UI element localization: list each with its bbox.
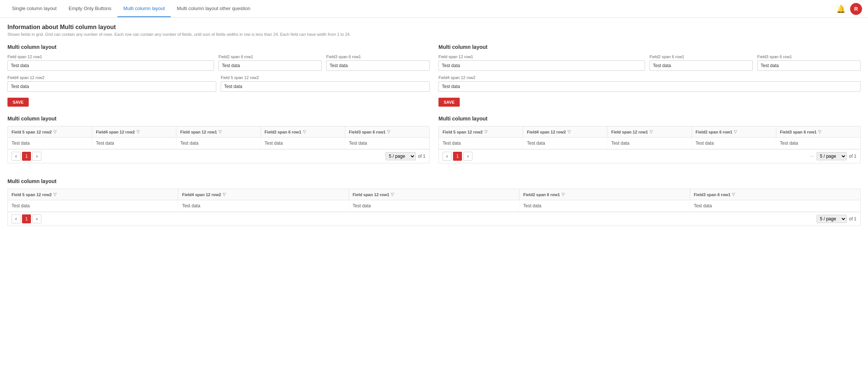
table-cell-b2: Test data xyxy=(349,200,519,211)
col-header-3: Field2 span 6 row1 ▽ xyxy=(261,126,345,137)
field-label: Field 5 span 12 row2 xyxy=(221,75,430,80)
table-bottom-header: Field 5 span 12 row2 ▽ Field4 span 12 ro… xyxy=(8,189,860,200)
col-header-b4: Field3 span 6 row1 ▽ xyxy=(690,189,860,200)
per-page-select[interactable]: 5 / page 10 / page xyxy=(386,152,416,160)
table-cell-b0: Test data xyxy=(8,200,178,211)
table-right-top: Field 5 span 12 row2 ▽ Field4 span 12 ro… xyxy=(438,126,861,163)
table-bottom-title: Multi column layout xyxy=(7,178,861,184)
prev-page-btn-b[interactable]: ‹ xyxy=(12,214,21,223)
save-button-right[interactable]: SAVE xyxy=(438,98,460,107)
field-span12-row1-left: Field span 12 row1 xyxy=(7,54,214,71)
field-label: Field3 span 6 row1 xyxy=(757,54,861,59)
form-left-row1: Field span 12 row1 Field2 span 6 row1 Fi… xyxy=(7,54,430,71)
field-input[interactable] xyxy=(757,60,861,71)
filter-icon-1[interactable]: ▽ xyxy=(136,129,139,134)
field-input[interactable] xyxy=(221,81,430,92)
next-page-btn-b[interactable]: › xyxy=(32,214,41,223)
pagination-right-r: ··· 5 / page 10 / page of 1 xyxy=(809,152,856,160)
tab-empty-only-buttons[interactable]: Empty Only Buttons xyxy=(63,0,117,17)
tab-single-column[interactable]: Single column layout xyxy=(6,0,63,17)
col-header-r1: Field4 span 12 row2 ▽ xyxy=(523,126,607,137)
table-cell-r1: Test data xyxy=(523,138,607,149)
field-input[interactable] xyxy=(650,60,753,71)
page-1-btn[interactable]: 1 xyxy=(22,152,31,161)
page-description: Shows fields in grid. Grid can contain a… xyxy=(7,32,861,37)
field3-span6-row1-right: Field3 span 6 row1 xyxy=(757,54,861,71)
table-left-top-title: Multi column layout xyxy=(7,116,430,122)
per-page-select-r[interactable]: 5 / page 10 / page xyxy=(817,152,847,160)
form-left-title: Multi column layout xyxy=(7,44,430,50)
col-header-b3: Field2 span 6 row1 ▽ xyxy=(519,189,690,200)
table-cell-2: Test data xyxy=(176,138,261,149)
table-cell-b1: Test data xyxy=(178,200,349,211)
next-page-btn-r[interactable]: › xyxy=(463,152,472,161)
table-cell-r4: Test data xyxy=(776,138,860,149)
tables-top-grid: Multi column layout Field 5 span 12 row2… xyxy=(7,116,861,169)
field2-span6-row1-right: Field2 span 6 row1 xyxy=(650,54,753,71)
table-left-top-header: Field 5 span 12 row2 ▽ Field4 span 12 ro… xyxy=(8,126,429,138)
filter-icon-0[interactable]: ▽ xyxy=(53,129,56,134)
col-header-r0: Field 5 span 12 row2 ▽ xyxy=(439,126,523,137)
form-right: Multi column layout Field span 12 row1 F… xyxy=(438,44,861,107)
filter-icon-r3[interactable]: ▽ xyxy=(734,129,737,134)
form-right-row1: Field span 12 row1 Field2 span 6 row1 Fi… xyxy=(438,54,861,71)
pagination-right-b: 5 / page 10 / page of 1 xyxy=(817,215,856,223)
field-label: Field4 span 12 row2 xyxy=(438,75,861,80)
field-input[interactable] xyxy=(7,60,214,71)
filter-icon-r2[interactable]: ▽ xyxy=(650,129,652,134)
table-right-top-header: Field 5 span 12 row2 ▽ Field4 span 12 ro… xyxy=(439,126,860,138)
table-cell-1: Test data xyxy=(92,138,176,149)
field2-span6-row1-left: Field2 span 6 row1 xyxy=(218,54,322,71)
page-content: Information about Multi column layout Sh… xyxy=(0,18,868,238)
filter-icon-r1[interactable]: ▽ xyxy=(567,129,570,134)
tab-multi-column-other[interactable]: Multi column layout other question xyxy=(171,0,256,17)
table-cell-r0: Test data xyxy=(439,138,523,149)
bell-icon[interactable]: 🔔 xyxy=(836,4,846,13)
col-header-r3: Field2 span 6 row1 ▽ xyxy=(692,126,776,137)
filter-icon-4[interactable]: ▽ xyxy=(387,129,390,134)
pagination-left: ‹ 1 › xyxy=(12,152,41,161)
field-input[interactable] xyxy=(326,60,430,71)
filter-icon-2[interactable]: ▽ xyxy=(218,129,221,134)
col-header-r4: Field3 span 6 row1 ▽ xyxy=(776,126,860,137)
of-label-r: of 1 xyxy=(849,154,856,159)
filter-icon-b0[interactable]: ▽ xyxy=(53,192,56,197)
dots-menu[interactable]: ··· xyxy=(809,153,814,160)
table-cell-4: Test data xyxy=(345,138,429,149)
prev-page-btn[interactable]: ‹ xyxy=(12,152,21,161)
prev-page-btn-r[interactable]: ‹ xyxy=(443,152,452,161)
field-label: Field4 span 12 row2 xyxy=(7,75,216,80)
filter-icon-r0[interactable]: ▽ xyxy=(484,129,487,134)
field-input[interactable] xyxy=(438,60,645,71)
field-input[interactable] xyxy=(438,81,861,92)
field-input[interactable] xyxy=(7,81,216,92)
field3-span6-row1-left: Field3 span 6 row1 xyxy=(326,54,430,71)
table-bottom-section: Multi column layout Field 5 span 12 row2… xyxy=(7,178,861,226)
save-button-left[interactable]: SAVE xyxy=(7,98,29,107)
table-right-top-footer: ‹ 1 › ··· 5 / page 10 / page of 1 xyxy=(439,149,860,163)
filter-icon-b3[interactable]: ▽ xyxy=(562,192,564,197)
per-page-select-b[interactable]: 5 / page 10 / page xyxy=(817,215,847,223)
avatar[interactable]: R xyxy=(850,3,862,15)
table-cell-3: Test data xyxy=(261,138,345,149)
field-label: Field span 12 row1 xyxy=(7,54,214,59)
filter-icon-b1[interactable]: ▽ xyxy=(223,192,226,197)
filter-icon-b4[interactable]: ▽ xyxy=(732,192,735,197)
field-label: Field span 12 row1 xyxy=(438,54,645,59)
col-header-1: Field4 span 12 row2 ▽ xyxy=(92,126,176,137)
table-left-top: Field 5 span 12 row2 ▽ Field4 span 12 ro… xyxy=(7,126,430,163)
filter-icon-b2[interactable]: ▽ xyxy=(391,192,394,197)
page-1-btn-b[interactable]: 1 xyxy=(22,214,31,223)
field-input[interactable] xyxy=(218,60,322,71)
col-header-b0: Field 5 span 12 row2 ▽ xyxy=(8,189,178,200)
page-title: Information about Multi column layout xyxy=(7,24,861,31)
tab-multi-column[interactable]: Multi column layout xyxy=(117,0,171,17)
page-1-btn-r[interactable]: 1 xyxy=(453,152,462,161)
table-cell-r2: Test data xyxy=(607,138,692,149)
form-left-row2: Field4 span 12 row2 Field 5 span 12 row2 xyxy=(7,75,430,92)
filter-icon-r4[interactable]: ▽ xyxy=(818,129,821,134)
next-page-btn[interactable]: › xyxy=(32,152,41,161)
form-right-title: Multi column layout xyxy=(438,44,861,50)
filter-icon-3[interactable]: ▽ xyxy=(303,129,306,134)
table-right-top-title: Multi column layout xyxy=(438,116,861,122)
